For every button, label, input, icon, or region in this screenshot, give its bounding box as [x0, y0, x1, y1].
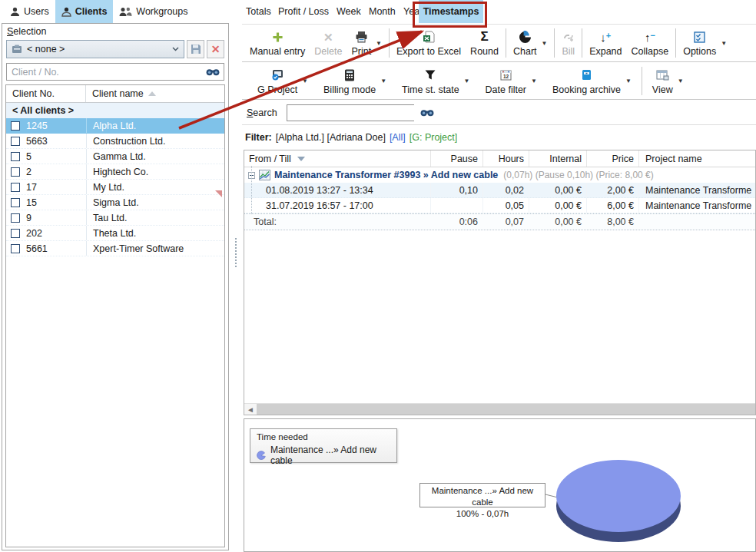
project-group-row[interactable]: Maintenance Transformer #3993 » Add new …: [244, 167, 755, 183]
tab-users[interactable]: Users: [4, 0, 55, 23]
save-icon: [191, 44, 201, 55]
pie-slice-icon: [257, 451, 266, 461]
sigma-icon: Σ: [480, 29, 488, 45]
collapse-button[interactable]: ↑− Collapse: [627, 25, 674, 61]
client-row[interactable]: 202 Theta Ltd.: [6, 226, 224, 241]
timestamp-row[interactable]: 01.08.2019 13:27 - 13:34 0,10 0,02 0,00 …: [244, 183, 755, 198]
client-row[interactable]: 5 Gamma Ltd.: [6, 149, 224, 164]
tab-month[interactable]: Month: [369, 0, 396, 23]
chevron-down-icon: [172, 47, 179, 51]
client-row[interactable]: 5663 Construction Ltd.: [6, 134, 224, 149]
time-state-dropdown-arrow[interactable]: ▼: [464, 78, 470, 84]
drawer-icon: [12, 45, 22, 54]
column-header-internal[interactable]: Internal: [529, 150, 586, 167]
date-filter-button[interactable]: 12 Date filter ▼: [478, 63, 545, 99]
tab-profit-loss[interactable]: Profit / Loss: [278, 0, 329, 23]
panel-splitter[interactable]: [235, 238, 237, 267]
client-row[interactable]: 1245 Alpha Ltd.: [6, 118, 224, 134]
chart-legend: Time needed Maintenance ...» Add new cab…: [250, 428, 397, 463]
client-checkbox[interactable]: [11, 229, 20, 238]
print-dropdown-arrow[interactable]: ▼: [376, 40, 382, 47]
calculator-icon: [344, 69, 355, 81]
timestamp-search-input[interactable]: [287, 105, 420, 121]
time-stamp-state-button[interactable]: Time st. state ▼: [394, 63, 477, 99]
legend-title: Time needed: [257, 432, 390, 441]
column-header-price[interactable]: Price: [586, 150, 638, 167]
tab-timestamps[interactable]: Timestamps: [419, 0, 483, 23]
billing-mode-dropdown-arrow[interactable]: ▼: [380, 78, 386, 84]
timestamp-row[interactable]: 31.07.2019 16:57 - 17:00 0,05 0,00 € 6,0…: [244, 198, 755, 213]
bill-button[interactable]: Bill: [557, 25, 579, 61]
tab-totals[interactable]: Totals: [246, 0, 271, 23]
booking-archive-dropdown-arrow[interactable]: ▼: [625, 78, 632, 84]
client-checkbox[interactable]: [11, 167, 20, 177]
filter-summary-row: Filter: [Alpha Ltd.] [Adriana Doe] [All]…: [242, 125, 756, 149]
tab-week[interactable]: Week: [337, 0, 361, 23]
client-row[interactable]: 2 Hightech Co.: [6, 164, 224, 180]
date-filter-dropdown-arrow[interactable]: ▼: [531, 78, 537, 84]
client-row[interactable]: 5661 Xpert-Timer Software: [6, 241, 224, 256]
print-button[interactable]: Print ▼: [346, 25, 386, 61]
client-checkbox[interactable]: [11, 244, 20, 253]
chart-dropdown-arrow[interactable]: ▼: [542, 40, 548, 47]
chart-button[interactable]: Chart ▼: [509, 25, 552, 61]
save-selection-button[interactable]: [187, 40, 204, 58]
project-group-icon: [271, 69, 284, 81]
delete-button[interactable]: ✕ Delete: [310, 25, 346, 61]
chart-panel: Time needed Maintenance ...» Add new cab…: [244, 418, 756, 552]
printer-icon: [355, 31, 368, 43]
excel-export-icon: [423, 31, 435, 43]
column-header-project-name[interactable]: Project name: [638, 150, 755, 167]
binoculars-icon: [420, 108, 434, 117]
view-button[interactable]: View ▼: [645, 63, 691, 99]
client-checkbox[interactable]: [11, 198, 20, 207]
tab-workgroups-label: Workgroups: [136, 6, 187, 17]
client-checkbox[interactable]: [11, 213, 20, 223]
funnel-filter-icon: [424, 69, 436, 81]
options-dropdown-arrow[interactable]: ▼: [721, 40, 727, 47]
client-checkbox[interactable]: [11, 137, 20, 146]
delete-selection-button[interactable]: ✕: [207, 40, 224, 58]
pie-top: [556, 460, 681, 532]
column-header-pause[interactable]: Pause: [430, 150, 482, 167]
toolbar-separator: [582, 28, 582, 58]
client-search-input[interactable]: [7, 64, 206, 80]
tab-workgroups[interactable]: Workgroups: [113, 0, 194, 23]
manual-entry-button[interactable]: Manual entry: [245, 25, 310, 61]
group-by-project-button[interactable]: G.Project ▼: [250, 63, 316, 99]
note-corner-marker: [215, 190, 222, 197]
gproject-dropdown-arrow[interactable]: ▼: [302, 78, 308, 84]
billing-mode-button[interactable]: Billing mode ▼: [316, 63, 394, 99]
horizontal-scrollbar[interactable]: ◄: [244, 403, 755, 415]
group-title: Maintenance Transformer #3993 » Add new …: [274, 170, 498, 180]
selection-combobox[interactable]: < none >: [6, 40, 184, 58]
all-clients-row[interactable]: < All clients >: [6, 103, 224, 118]
booking-archive-button[interactable]: Booking archive ▼: [545, 63, 639, 99]
client-checkbox[interactable]: [11, 183, 20, 192]
expand-button[interactable]: ↓+ Expand: [585, 25, 626, 61]
column-header-hours[interactable]: Hours: [482, 150, 529, 167]
client-list-header: Client No. Client name: [6, 85, 224, 103]
pie-chart-icon: [519, 31, 532, 44]
scroll-left-button[interactable]: ◄: [244, 404, 257, 415]
view-dropdown-arrow[interactable]: ▼: [678, 78, 684, 84]
column-header-client-no[interactable]: Client No.: [6, 85, 86, 102]
client-row[interactable]: 15 Sigma Ltd.: [6, 195, 224, 210]
left-tab-bar: Users Clients Workgroups: [0, 0, 235, 23]
tab-clients[interactable]: Clients: [55, 0, 114, 23]
filter-selection: [Alpha Ltd.] [Adriana Doe]: [276, 132, 386, 143]
round-button[interactable]: Σ Round: [466, 25, 503, 61]
client-row[interactable]: 9 Tau Ltd.: [6, 210, 224, 226]
selection-row: < none > ✕: [6, 40, 224, 58]
filter-label: Filter:: [245, 132, 272, 143]
scrollbar-thumb[interactable]: [257, 404, 755, 415]
tab-users-label: Users: [24, 6, 49, 17]
client-row[interactable]: 17 My Ltd.: [6, 180, 224, 195]
export-to-excel-button[interactable]: Export to Excel: [392, 25, 466, 61]
column-header-from-till[interactable]: From / Till: [244, 150, 430, 167]
client-search-box: [6, 63, 224, 81]
options-button[interactable]: Options ▼: [678, 25, 731, 61]
client-checkbox[interactable]: [11, 121, 20, 131]
column-header-client-name[interactable]: Client name: [86, 88, 156, 99]
client-checkbox[interactable]: [11, 152, 20, 161]
